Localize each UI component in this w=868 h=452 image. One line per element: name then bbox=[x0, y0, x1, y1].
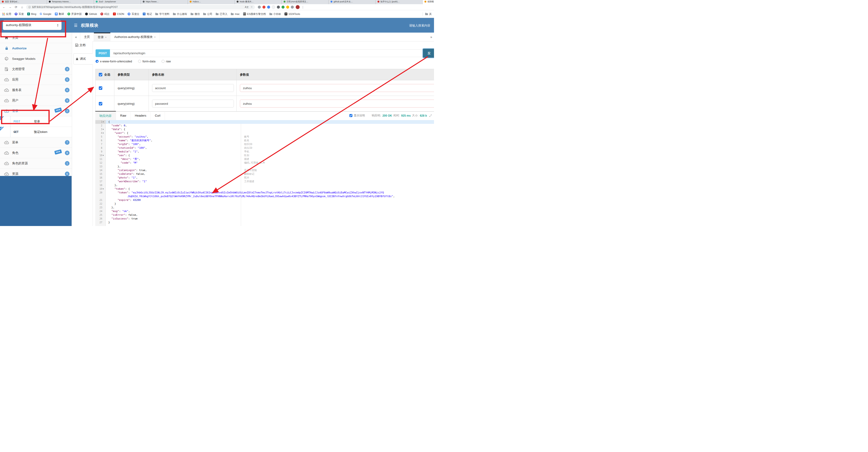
body-type-radio[interactable]: form-data bbox=[138, 60, 156, 63]
sidebar-subitem-post[interactable]: NEWPOST登录 bbox=[0, 116, 72, 127]
param-name-input[interactable]: password bbox=[152, 100, 234, 108]
extension-icon[interactable] bbox=[281, 6, 284, 9]
fold-arrow-icon[interactable]: ▼ bbox=[103, 128, 104, 131]
site-info-icon[interactable]: ⓘ bbox=[28, 6, 31, 9]
url-host: 127.0.0.1 bbox=[32, 6, 43, 8]
sidebar-item[interactable]: API服务表6 bbox=[0, 85, 72, 95]
sidebar-item[interactable]: API角色NEW8 bbox=[0, 148, 72, 158]
extension-icon[interactable] bbox=[258, 6, 261, 9]
doc-tab[interactable]: Authorize-authority-权限模块× bbox=[111, 33, 159, 41]
bookmark-item[interactable]: GGoogle bbox=[40, 12, 51, 16]
bookmark-star-icon[interactable]: ☆ bbox=[251, 6, 253, 9]
sidebar-item[interactable]: 主页 bbox=[0, 33, 72, 43]
bookmark-item[interactable]: 微信 bbox=[191, 12, 200, 16]
response-tab[interactable]: 响应内容 bbox=[95, 111, 116, 120]
url-bar[interactable]: ⓘ 127.0.0.1:8760/api/gate/doc.html#/auth… bbox=[26, 5, 255, 9]
sidebar-item[interactable]: API登录NEW2 bbox=[0, 106, 72, 116]
fold-arrow-icon[interactable]: ▼ bbox=[103, 120, 104, 124]
param-name-input[interactable]: account bbox=[152, 84, 234, 92]
response-tab[interactable]: Raw bbox=[116, 111, 131, 120]
browser-tab[interactable]: Hubco… bbox=[188, 0, 235, 4]
extension-icon[interactable] bbox=[272, 5, 275, 9]
browser-tab[interactable]: 日常JAVA实现原理文… bbox=[282, 0, 329, 4]
bookmark-item[interactable]: 已导入 bbox=[216, 12, 227, 16]
close-icon[interactable]: × bbox=[105, 36, 106, 39]
bookmark-item[interactable]: 什么都有 bbox=[173, 12, 187, 16]
browser-tab[interactable]: Zuul - JumpServer bbox=[94, 0, 141, 4]
bookmark-item[interactable]: 学习资料 bbox=[155, 12, 169, 16]
tabs-forward-icon[interactable]: » bbox=[430, 33, 432, 41]
rail-item-doc[interactable]: 文档 bbox=[72, 41, 93, 49]
browser-tab[interactable]: Node 最强大… bbox=[235, 0, 282, 4]
bookmark-item[interactable]: mac bbox=[231, 12, 240, 16]
sidebar-item[interactable]: API用户9 bbox=[0, 95, 72, 106]
sidebar-item[interactable]: API角色的资源1 bbox=[0, 158, 72, 169]
param-value-input[interactable]: zuihou bbox=[240, 84, 434, 92]
param-value-input[interactable]: zuihou bbox=[240, 100, 434, 108]
bookmark-item[interactable]: 云百度云 bbox=[128, 12, 139, 16]
sidebar-item[interactable]: Authorize bbox=[0, 43, 72, 54]
header-search-input[interactable]: 请输入搜索内容 bbox=[409, 24, 430, 28]
body-type-radio[interactable]: raw bbox=[161, 60, 171, 63]
bookmark-item[interactable]: ✎笔记 bbox=[143, 12, 152, 16]
bookmark-item[interactable]: 公司 bbox=[203, 12, 212, 16]
forward-icon[interactable]: → bbox=[8, 5, 12, 9]
browser-tab[interactable]: 知乎什么入 (push)… bbox=[376, 0, 423, 4]
body-type-radio[interactable]: x-www-form-urlencoded bbox=[96, 60, 132, 63]
reload-icon[interactable]: ⟳ bbox=[14, 5, 18, 9]
response-tab[interactable]: Curl bbox=[151, 111, 165, 120]
extension-icon[interactable] bbox=[267, 6, 270, 9]
sidebar-subitem-get[interactable]: NEWGET验证token bbox=[0, 127, 72, 137]
translate-icon[interactable]: A文 bbox=[245, 6, 249, 9]
bookmark-label: 开源中国 bbox=[71, 12, 82, 16]
bookmark-item[interactable]: 百百度 bbox=[14, 12, 24, 16]
doc-tab[interactable]: 主页 bbox=[80, 33, 94, 41]
sidebar-item[interactable]: 文档管理3 bbox=[0, 64, 72, 75]
param-checkbox[interactable] bbox=[99, 86, 102, 90]
sidebar-item[interactable]: API应用5 bbox=[0, 75, 72, 85]
browser-tab[interactable]: 首页 登录/jsd… bbox=[0, 0, 47, 4]
select-all-checkbox[interactable] bbox=[99, 73, 102, 76]
bookmark-label: mac bbox=[235, 12, 240, 16]
fold-arrow-icon[interactable]: ▼ bbox=[103, 187, 104, 191]
bookmark-item[interactable]: 101024Tools bbox=[284, 12, 300, 16]
module-select[interactable]: authority-权限模块 ▲▼ bbox=[3, 20, 62, 30]
bookmark-item[interactable]: bBing bbox=[27, 12, 36, 16]
bookmark-item[interactable]: GitHub bbox=[85, 12, 97, 16]
bookmark-item[interactable]: ESES搜索引擎文档 bbox=[243, 12, 266, 16]
bookmark-item-other[interactable]: 其 bbox=[423, 12, 432, 16]
rail-item-debug[interactable]: 调试 bbox=[73, 53, 93, 64]
browser-tab[interactable]: github push文件太… bbox=[329, 0, 376, 4]
browser-tab[interactable]: https://www… bbox=[141, 0, 188, 4]
home-icon[interactable]: ⌂ bbox=[20, 5, 24, 9]
hamburger-icon[interactable]: ☰ bbox=[74, 23, 79, 28]
response-tab[interactable]: Headers bbox=[131, 111, 151, 120]
extension-icon[interactable] bbox=[291, 6, 294, 9]
close-icon[interactable]: × bbox=[154, 36, 156, 38]
browser-tab-active[interactable]: 权限模块 bbox=[423, 0, 434, 4]
sidebar-item[interactable]: {}Swagger Models bbox=[0, 54, 72, 64]
bookmark-item[interactable]: 译翻译 bbox=[55, 12, 64, 16]
tabs-back-icon[interactable]: « bbox=[72, 33, 80, 41]
fold-arrow-icon[interactable]: ▼ bbox=[103, 153, 104, 157]
browser-tab[interactable]: Temporary Interes… bbox=[47, 0, 94, 4]
sidebar-item[interactable]: API菜单7 bbox=[0, 137, 72, 148]
extension-icon[interactable] bbox=[262, 6, 266, 9]
back-icon[interactable]: ← bbox=[2, 5, 6, 9]
bookmark-item[interactable]: 应用 bbox=[2, 12, 11, 16]
param-checkbox[interactable] bbox=[99, 102, 102, 106]
bookmark-item[interactable]: CCSDN bbox=[113, 12, 124, 16]
extension-icon[interactable] bbox=[286, 6, 289, 9]
endpoint-url-input[interactable]: /api/authority/anno/login bbox=[110, 49, 423, 57]
avatar[interactable] bbox=[296, 5, 300, 9]
expand-icon[interactable]: ⤢ bbox=[429, 114, 432, 117]
doc-tab[interactable]: 登录× bbox=[94, 33, 111, 41]
fold-arrow-icon[interactable]: ▼ bbox=[103, 131, 104, 135]
bookmark-item[interactable]: 小目标 bbox=[270, 12, 281, 16]
browser-menu-icon[interactable]: ⋮ bbox=[302, 6, 304, 9]
bookmark-item[interactable]: C开源中国 bbox=[67, 12, 82, 16]
send-button[interactable]: 发 bbox=[423, 49, 434, 58]
bookmark-item[interactable]: G码云 bbox=[100, 12, 110, 16]
extension-icon[interactable] bbox=[277, 6, 280, 9]
show-desc-checkbox[interactable] bbox=[349, 114, 352, 117]
